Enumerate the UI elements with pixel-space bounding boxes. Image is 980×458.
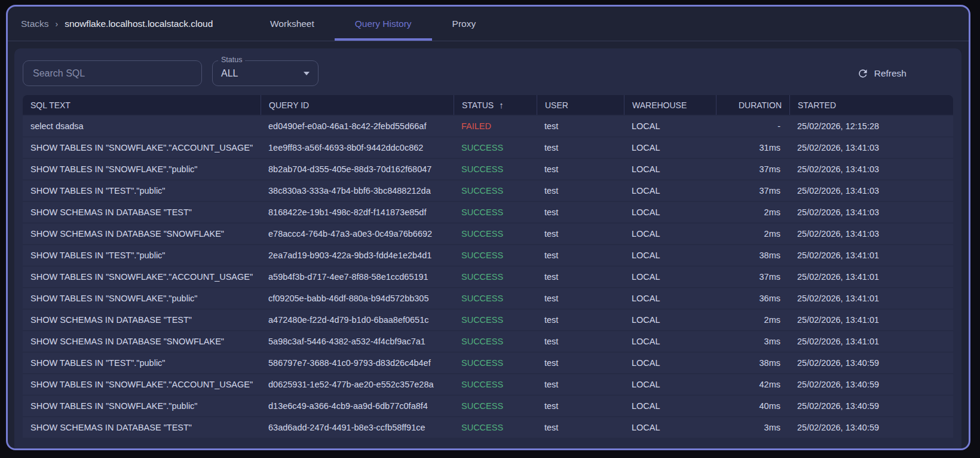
cell-user: test [537, 315, 624, 325]
status-badge: FAILED [454, 121, 537, 131]
table-row[interactable]: SHOW TABLES IN "TEST"."public"38c830a3-3… [23, 181, 953, 201]
breadcrumb-stacks[interactable]: Stacks [21, 19, 49, 29]
status-badge: SUCCESS [454, 143, 537, 152]
cell-sql-text: SHOW TABLES IN "SNOWFLAKE"."public" [23, 401, 261, 411]
column-header-query-id[interactable]: QUERY ID [261, 95, 454, 115]
active-tab-indicator [335, 38, 432, 41]
cell-warehouse: LOCAL [624, 401, 716, 411]
tab-proxy[interactable]: Proxy [432, 7, 497, 41]
status-badge: SUCCESS [454, 207, 537, 217]
cell-query-id: a472480e-f22d-4d79-b1d0-6baa8ef0651c [261, 315, 454, 325]
status-badge: SUCCESS [454, 358, 537, 368]
cell-sql-text: SHOW TABLES IN "SNOWFLAKE"."public" [23, 294, 261, 303]
cell-warehouse: LOCAL [624, 143, 716, 152]
cell-sql-text: SHOW TABLES IN "SNOWFLAKE"."ACCOUNT_USAG… [23, 272, 261, 282]
cell-user: test [537, 121, 624, 131]
table-row[interactable]: SHOW TABLES IN "TEST"."public"586797e7-3… [23, 353, 953, 373]
cell-sql-text: SHOW SCHEMAS IN DATABASE "TEST" [23, 423, 261, 432]
table-row[interactable]: SHOW TABLES IN "SNOWFLAKE"."public"cf092… [23, 288, 953, 309]
cell-started: 25/02/2026, 13:41:03 [789, 164, 953, 174]
column-header-label: USER [545, 100, 568, 110]
cell-started: 25/02/2026, 13:41:01 [789, 272, 953, 282]
cell-sql-text: SHOW TABLES IN "TEST"."public" [23, 358, 261, 368]
cell-query-id: 2ea7ad19-b903-422a-9bd3-fdd4e1e2b4d1 [261, 251, 454, 260]
cell-warehouse: LOCAL [624, 251, 716, 260]
cell-user: test [537, 143, 624, 152]
cell-query-id: 1ee9ff83-a56f-4693-8b0f-9442ddc0c862 [261, 143, 454, 152]
cell-sql-text: SHOW SCHEMAS IN DATABASE "SNOWFLAKE" [23, 337, 261, 346]
column-header-label: DURATION [739, 100, 782, 110]
column-header-label: QUERY ID [269, 100, 309, 110]
cell-query-id: e78accc4-764b-47a3-a0e3-0c49a76b6692 [261, 229, 454, 239]
column-header-label: WAREHOUSE [632, 100, 687, 110]
status-badge: SUCCESS [454, 294, 537, 303]
cell-duration: 3ms [716, 423, 789, 432]
column-header-warehouse[interactable]: WAREHOUSE [624, 95, 716, 115]
cell-started: 25/02/2026, 13:40:59 [789, 423, 953, 432]
table-row[interactable]: SHOW TABLES IN "SNOWFLAKE"."ACCOUNT_USAG… [23, 138, 953, 158]
table-row[interactable]: SHOW TABLES IN "SNOWFLAKE"."public"d13e6… [23, 396, 953, 416]
cell-started: 25/02/2026, 13:41:01 [789, 337, 953, 346]
cell-user: test [537, 423, 624, 432]
tab-label: Query History [355, 19, 412, 29]
cell-user: test [537, 294, 624, 303]
cell-warehouse: LOCAL [624, 207, 716, 217]
cell-started: 25/02/2026, 13:41:03 [789, 186, 953, 196]
cell-sql-text: select dsadsa [23, 121, 261, 131]
refresh-label: Refresh [874, 68, 906, 79]
table-row[interactable]: SHOW TABLES IN "SNOWFLAKE"."public"8b2ab… [23, 159, 953, 179]
table-row[interactable]: SHOW TABLES IN "SNOWFLAKE"."ACCOUNT_USAG… [23, 267, 953, 287]
breadcrumb-current-stack: snowflake.localhost.localstack.cloud [65, 19, 213, 29]
cell-query-id: a59b4f3b-d717-4ee7-8f88-58e1ccd65191 [261, 272, 454, 282]
cell-query-id: 8168422e-19b1-498c-82df-f141873e85df [261, 207, 454, 217]
status-badge: SUCCESS [454, 380, 537, 389]
cell-user: test [537, 186, 624, 196]
cell-started: 25/02/2026, 13:40:59 [789, 380, 953, 389]
cell-query-id: cf09205e-babb-46df-880a-b94d572bb305 [261, 294, 454, 303]
cell-user: test [537, 337, 624, 346]
cell-query-id: 586797e7-3688-41c0-9793-d83d26c4b4ef [261, 358, 454, 368]
column-header-user[interactable]: USER [537, 95, 624, 115]
table-row[interactable]: SHOW TABLES IN "TEST"."public"2ea7ad19-b… [23, 245, 953, 265]
table-row[interactable]: select dsadsaed0490ef-e0a0-46a1-8c42-2fe… [23, 116, 953, 136]
search-sql-input[interactable] [23, 60, 202, 86]
cell-duration: 38ms [716, 358, 789, 368]
column-header-sql-text[interactable]: SQL TEXT [23, 95, 261, 115]
column-header-label: STATUS [462, 100, 494, 110]
chevron-down-icon [304, 72, 310, 75]
tab-query-history[interactable]: Query History [335, 7, 432, 41]
cell-duration: 2ms [716, 207, 789, 217]
query-history-panel: Status ALL Refresh SQL TEXTQUERY IDSTATU… [14, 48, 961, 450]
cell-started: 25/02/2026, 13:41:03 [789, 229, 953, 239]
status-filter-value: ALL [221, 68, 238, 79]
table-row[interactable]: SHOW SCHEMAS IN DATABASE "SNOWFLAKE"e78a… [23, 224, 953, 244]
status-filter-select[interactable]: Status ALL [212, 60, 318, 86]
column-header-label: SQL TEXT [30, 100, 71, 110]
tab-worksheet[interactable]: Worksheet [250, 7, 335, 41]
table-row[interactable]: SHOW SCHEMAS IN DATABASE "TEST"63ad6add-… [23, 417, 953, 438]
column-header-duration[interactable]: DURATION [716, 95, 789, 115]
column-header-started[interactable]: STARTED [789, 95, 953, 115]
cell-started: 25/02/2026, 13:41:01 [789, 294, 953, 303]
cell-user: test [537, 229, 624, 239]
table-row[interactable]: SHOW SCHEMAS IN DATABASE "TEST"a472480e-… [23, 310, 953, 330]
cell-warehouse: LOCAL [624, 229, 716, 239]
status-badge: SUCCESS [454, 251, 537, 260]
cell-started: 25/02/2026, 13:41:01 [789, 251, 953, 260]
table-row[interactable]: SHOW TABLES IN "SNOWFLAKE"."ACCOUNT_USAG… [23, 374, 953, 395]
breadcrumb-separator-icon: › [56, 19, 59, 29]
table-row[interactable]: SHOW SCHEMAS IN DATABASE "SNOWFLAKE"5a98… [23, 331, 953, 352]
cell-duration: 2ms [716, 315, 789, 325]
cell-query-id: 38c830a3-333a-47b4-bbf6-3bc8488212da [261, 186, 454, 196]
cell-sql-text: SHOW TABLES IN "SNOWFLAKE"."public" [23, 164, 261, 174]
cell-sql-text: SHOW SCHEMAS IN DATABASE "TEST" [23, 315, 261, 325]
cell-query-id: d0625931-1e52-477b-ae20-e552c357e28a [261, 380, 454, 389]
refresh-button[interactable]: Refresh [857, 68, 906, 80]
breadcrumb: Stacks › snowflake.localhost.localstack.… [21, 19, 213, 29]
cell-warehouse: LOCAL [624, 121, 716, 131]
table-row[interactable]: SHOW SCHEMAS IN DATABASE "TEST"8168422e-… [23, 202, 953, 222]
cell-duration: 2ms [716, 229, 789, 239]
cell-warehouse: LOCAL [624, 380, 716, 389]
table-header-row: SQL TEXTQUERY IDSTATUS↑USERWAREHOUSEDURA… [23, 95, 953, 115]
column-header-status[interactable]: STATUS↑ [454, 95, 537, 115]
